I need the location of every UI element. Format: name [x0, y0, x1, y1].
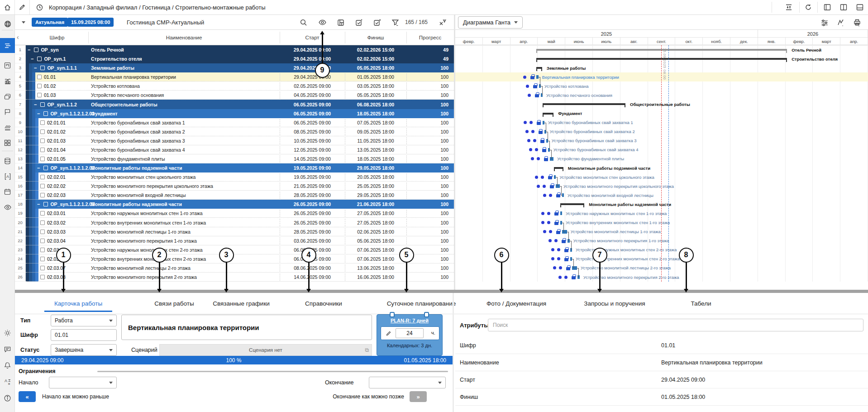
view-selector[interactable]: Диаграмма Ганта: [458, 16, 523, 29]
sidebar-item-visibility[interactable]: [0, 200, 15, 215]
collapse-node-icon[interactable]: −: [31, 56, 33, 62]
collapse-rows-button[interactable]: [780, 0, 797, 14]
gantt-row[interactable]: Устройство буронабивных свай захватка 4: [455, 145, 868, 154]
gantt-row[interactable]: Устройство монолитной лестницы 2-го этаж…: [455, 263, 868, 273]
sidebar-item-hatching[interactable]: [0, 120, 15, 135]
sidebar-item-wbs[interactable]: [0, 38, 15, 53]
row-checkbox[interactable]: [40, 275, 45, 279]
gantt-row[interactable]: Общестроительные работы: [455, 100, 868, 109]
gantt-summary-bar[interactable]: [543, 103, 625, 105]
table-row[interactable]: 2002.03.02Устройство внутренних монолитн…: [15, 218, 454, 227]
gantt-row[interactable]: Устройство монолитного перекрытия цоколь…: [455, 182, 868, 191]
layout-left-button[interactable]: [819, 0, 835, 14]
sidebar-info-button[interactable]: [0, 391, 15, 406]
gantt-task-bar[interactable]: [562, 230, 567, 234]
sidebar-item-calendar[interactable]: [0, 184, 15, 199]
row-checkbox[interactable]: [40, 148, 45, 152]
gantt-summary-bar[interactable]: [536, 49, 787, 51]
table-row[interactable]: 1902.03.01Устройство наружных монолитных…: [15, 209, 454, 218]
column-header-code[interactable]: Шифр: [26, 30, 88, 45]
row-checkbox[interactable]: [40, 193, 45, 197]
row-checkbox[interactable]: [34, 48, 38, 52]
row-checkbox[interactable]: [40, 211, 45, 216]
gantt-row[interactable]: Устройство котлована: [455, 81, 868, 91]
table-row[interactable]: 1−OP_synОтель Речной29.04.2025 09:0002.0…: [15, 45, 454, 54]
column-header-name[interactable]: Наименование: [88, 30, 280, 45]
table-row[interactable]: 2302.03.05Устройство наружных монолитных…: [15, 245, 454, 254]
copy-view-button[interactable]: [334, 17, 347, 28]
sidebar-theme-button[interactable]: [0, 326, 15, 340]
row-checkbox[interactable]: [40, 139, 45, 143]
row-checkbox[interactable]: [40, 66, 45, 70]
table-row[interactable]: 1102.01.03Устройство буронабивных свай з…: [15, 136, 454, 145]
row-checkbox[interactable]: [40, 220, 45, 225]
scenario-menu-icon[interactable]: ⧉: [365, 347, 369, 353]
sidebar-item-attributes[interactable]: A: [0, 169, 15, 184]
row-checkbox[interactable]: [37, 84, 42, 88]
row-checkbox[interactable]: [40, 230, 45, 234]
sidebar-item-flags[interactable]: [0, 105, 15, 120]
row-checkbox[interactable]: [40, 175, 45, 179]
table-row[interactable]: 2602.03.08Устройство монолитного перекры…: [15, 273, 454, 282]
gantt-row[interactable]: Устройство фундаментной плиты: [455, 154, 868, 163]
clear-filter-button[interactable]: [436, 17, 448, 28]
gantt-task-bar[interactable]: [550, 157, 554, 161]
row-checkbox[interactable]: [40, 184, 45, 188]
row-checkbox[interactable]: [37, 57, 42, 61]
collapse-panel-icon[interactable]: ‹: [17, 34, 19, 41]
gantt-summary-bar[interactable]: [536, 67, 542, 69]
table-row[interactable]: 1302.01.05Устройство фундаментной плиты1…: [15, 154, 454, 163]
gantt-row[interactable]: Устройство песчаного основания: [455, 91, 868, 100]
row-checkbox[interactable]: [43, 111, 48, 116]
gantt-row[interactable]: Вертикальная планировка территории: [455, 72, 868, 81]
gantt-summary-bar[interactable]: [536, 58, 787, 60]
gantt-summary-bar[interactable]: [554, 167, 563, 169]
panel-splitter-horizontal[interactable]: [15, 290, 868, 293]
gantt-links-button[interactable]: [835, 17, 847, 28]
edit-button[interactable]: [15, 0, 30, 14]
sidebar-item-modules[interactable]: [0, 135, 15, 150]
tab-8[interactable]: Табели: [681, 293, 721, 314]
row-checkbox[interactable]: [40, 157, 45, 161]
attribute-row[interactable]: НаименованиеВертикальная планировка терр…: [455, 354, 868, 371]
visibility-button[interactable]: [316, 17, 329, 28]
table-row[interactable]: 2402.03.06Устройство внутренних монолитн…: [15, 254, 454, 263]
table-row[interactable]: 2102.03.03Устройство монолитной лестницы…: [15, 227, 454, 236]
row-checkbox[interactable]: [40, 129, 45, 134]
collapse-node-icon[interactable]: −: [37, 165, 40, 171]
constraint-start-select[interactable]: [49, 377, 117, 388]
row-checkbox[interactable]: [37, 75, 42, 79]
attributes-search-input[interactable]: [488, 319, 863, 331]
attribute-row[interactable]: Старт29.04.2025 09:00: [455, 371, 868, 388]
gantt-row[interactable]: Отель Речной: [455, 45, 868, 54]
work-name-field[interactable]: Вертикальная планировка территории: [121, 315, 372, 340]
collapse-node-icon[interactable]: −: [34, 102, 37, 107]
scenario-field[interactable]: Сценария нет ⧉: [159, 344, 372, 356]
gantt-row[interactable]: Устройство монолитной входной лестницы: [455, 191, 868, 200]
column-header-progress[interactable]: Прогресс: [406, 30, 454, 45]
collapse-node-icon[interactable]: −: [37, 201, 40, 207]
gantt-row[interactable]: Устройство буронабивных свай захватка 1: [455, 118, 868, 127]
sidebar-item-board[interactable]: [0, 58, 15, 73]
column-header-finish[interactable]: Финиш: [345, 30, 406, 45]
table-row[interactable]: 1602.02.02Устройство монолитного перекры…: [15, 182, 454, 191]
refresh-button[interactable]: [800, 0, 816, 14]
table-row[interactable]: 401.01Вертикальная планировка территории…: [15, 72, 454, 81]
layout-columns-button[interactable]: [835, 0, 852, 14]
row-checkbox[interactable]: [43, 166, 48, 170]
gantt-print-button[interactable]: [851, 17, 863, 28]
row-checkbox[interactable]: [40, 266, 45, 270]
tab-1[interactable]: Карточка работы: [44, 293, 112, 314]
table-row[interactable]: 3−OP_syn.1.1.1Земляные работы29.04.2025 …: [15, 63, 454, 72]
gantt-task-bar[interactable]: [560, 211, 562, 215]
table-row[interactable]: 601.03Устройство песчаного основания04.0…: [15, 91, 454, 100]
table-row[interactable]: 1702.02.03Устройство монолитной входной …: [15, 191, 454, 200]
sidebar-item-windows[interactable]: [0, 89, 15, 104]
attribute-row[interactable]: Прогресс100: [455, 406, 868, 412]
gantt-settings-button[interactable]: [818, 17, 831, 28]
table-row[interactable]: 2202.03.04Устройство монолитного перекры…: [15, 236, 454, 245]
gantt-summary-bar[interactable]: [560, 203, 584, 205]
row-checkbox[interactable]: [43, 202, 48, 206]
collapse-node-icon[interactable]: −: [28, 47, 30, 53]
gantt-row[interactable]: Устройство монолитных стен цокольного эт…: [455, 172, 868, 182]
